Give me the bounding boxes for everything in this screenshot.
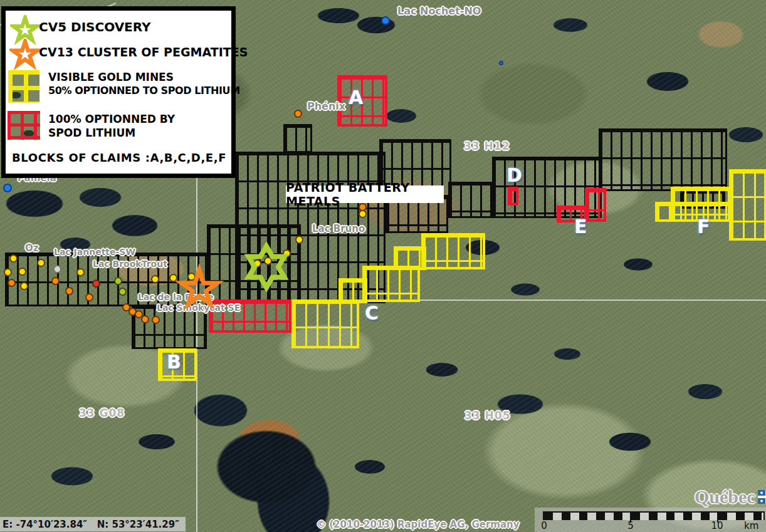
mineral-occurrence-dot [76, 268, 85, 276]
mineral-occurrence-dot [118, 288, 127, 296]
mineral-occurrence-dot [9, 254, 18, 263]
legend-cv5-label: CV5 DISCOVERY [39, 19, 151, 34]
legend-spod-line2: SPOD LITHIUM [48, 127, 135, 139]
scale-bar: 0 5 10 km [535, 508, 766, 532]
quebec-flag-icon [758, 490, 766, 504]
mineral-occurrence-dot [4, 268, 12, 276]
block-letter-c: C [365, 302, 379, 324]
mineral-occurrence-dot [85, 293, 93, 301]
scale-unit-km: km [744, 520, 758, 531]
claim-block-yellow [362, 266, 420, 302]
satellite-map[interactable]: Lac Nochet-NO Phénix 33 H12 Paméla Oz La… [0, 0, 766, 532]
mineral-occurrence-dot [141, 315, 149, 323]
map-label-lac-bruno: Lac Bruno [312, 223, 365, 234]
yellow-claim-grid-icon [8, 70, 39, 103]
claim-block-black [448, 182, 493, 218]
mineral-occurrence-dot [499, 61, 503, 65]
coordinates-readout: E: -74°10′23.84″ N: 53°23′41.29″ [0, 517, 186, 531]
imagery-attribution: © (2010-2013) RapidEye AG, Germany [317, 519, 520, 530]
mineral-occurrence-dot [3, 184, 12, 192]
legend-blocks-label: BLOCKS OF CLAIMS :A,B,C,D,E,F [12, 151, 226, 164]
map-label-lac-jannette: Lac Jannette-SW [54, 247, 135, 257]
cv5-discovery-star-icon [238, 239, 295, 295]
claim-block-red [585, 188, 606, 222]
block-letter-e: E [574, 216, 587, 237]
mineral-occurrence-dot [53, 265, 61, 273]
mineral-occurrence-dot [114, 277, 122, 285]
quebec-watermark: Québec [695, 486, 766, 508]
mineral-occurrence-dot [381, 16, 390, 25]
mineral-occurrence-dot [8, 279, 16, 287]
block-letter-a: A [349, 86, 363, 108]
claim-block-yellow [655, 202, 730, 222]
legend-cv13-label: CV13 CLUSTER OF PEGMATITES [39, 45, 248, 59]
claim-block-black [599, 128, 727, 191]
mineral-occurrence-dot [18, 268, 26, 276]
cv13-cluster-star-icon [174, 264, 224, 314]
map-label-lac-brooktrout: Lac BrookTrout [93, 259, 167, 269]
scale-label-0: 0 [541, 520, 547, 531]
block-letter-f: F [697, 216, 710, 237]
map-label-33h05: 33 H05 [464, 409, 510, 422]
quebec-watermark-text: Québec [695, 486, 755, 508]
claim-block-yellow [729, 169, 766, 241]
claim-block-yellow [421, 233, 485, 269]
legend-spod-line1: 100% OPTIONNED BY [48, 113, 175, 125]
scale-ruler [543, 511, 765, 520]
mineral-occurrence-dot [20, 282, 28, 290]
scale-label-10: 10 [711, 520, 723, 531]
map-label-phenix: Phénix [307, 100, 345, 112]
mineral-occurrence-dot [359, 210, 367, 218]
legend-gold-line2: 50% OPTIONNED TO SPOD LITHIUM [48, 85, 240, 96]
claim-block-yellow [291, 300, 359, 348]
legend-gold-line1: VISIBLE GOLD MINES [48, 71, 174, 83]
map-label-oz: Oz [25, 243, 38, 254]
claim-block-red [508, 187, 518, 206]
mineral-occurrence-dot [92, 279, 100, 288]
mineral-occurrence-dot [37, 259, 45, 267]
block-letter-b: B [167, 351, 181, 373]
cv13-legend-star-icon [9, 39, 41, 70]
mineral-occurrence-dot [295, 236, 303, 244]
map-label-33g08: 33 G08 [79, 407, 125, 419]
mineral-occurrence-dot [294, 110, 302, 118]
mineral-occurrence-dot [152, 316, 160, 324]
mineral-occurrence-dot [65, 287, 73, 295]
claim-block-black [283, 124, 312, 153]
map-label-lac-nochet: Lac Nochet-NO [397, 5, 481, 17]
patriot-battery-metals-label: PATRIOT BATTERY METALS [286, 185, 444, 203]
scale-label-5: 5 [627, 520, 634, 531]
legend-panel: CV5 DISCOVERY CV13 CLUSTER OF PEGMATITES… [1, 6, 236, 178]
map-label-33h12: 33 H12 [464, 140, 510, 152]
mineral-occurrence-dot [51, 277, 60, 285]
red-claim-grid-icon [8, 111, 40, 140]
block-letter-d: D [506, 164, 522, 186]
mineral-occurrence-dot [151, 275, 159, 283]
